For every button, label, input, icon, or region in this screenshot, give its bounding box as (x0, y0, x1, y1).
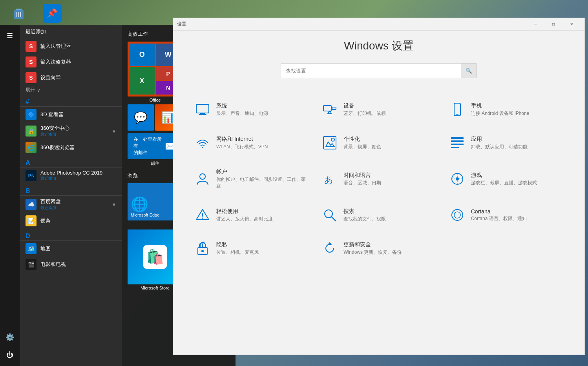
edge-tile-label: Microsoft Edge (131, 213, 159, 217)
app-list-letter-d: D (20, 231, 122, 241)
power-button[interactable]: ⏻ (2, 347, 18, 363)
app-item-movies[interactable]: 🎬 电影和电视 (20, 257, 122, 272)
gaming-text: 游戏 游戏栏、截屏、直播、游戏模式 (471, 172, 537, 186)
mail-tile-sublabel: 的邮件 (133, 149, 165, 156)
settings-window: 设置 ─ □ ✕ Windows 设置 🔍 (173, 18, 585, 355)
settings-item-gaming[interactable]: 游戏 游戏栏、截屏、直播、游戏模式 (444, 160, 569, 197)
update-icon (322, 240, 338, 256)
settings-item-accounts[interactable]: 帐户 你的帐户、电子邮件、同步设置、工作、家庭 (189, 160, 314, 197)
expand-baidu-disk: ∨ (112, 202, 116, 207)
svg-point-33 (201, 250, 204, 252)
apps-subtitle: 卸载、默认应用、可选功能 (471, 144, 528, 150)
minimize-button[interactable]: ─ (526, 18, 544, 31)
app-name-360-browser: 360极速浏览器 (40, 144, 75, 151)
app-name-360-security: 360安全中心 (40, 125, 69, 132)
app-name-baidu-disk: 百度网盘 (40, 198, 61, 205)
accounts-icon (195, 171, 210, 187)
system-title: 系统 (216, 102, 268, 109)
accounts-subtitle: 你的帐户、电子邮件、同步设置、工作、家庭 (216, 176, 308, 189)
devices-title: 设备 (343, 102, 386, 109)
apps-icon (449, 135, 465, 151)
expand-label: 展开 (26, 87, 35, 93)
gaming-icon (449, 171, 465, 187)
svg-rect-4 (196, 104, 209, 113)
search-subtitle: 查找我的文件、权限 (343, 216, 386, 222)
window-controls: ─ □ ✕ (526, 18, 581, 31)
close-button[interactable]: ✕ (562, 18, 581, 31)
devices-text: 设备 蓝牙、打印机、鼠标 (343, 102, 386, 117)
update-subtitle: Windows 更新、恢复、备份 (343, 249, 402, 256)
time-icon: あ (322, 171, 338, 187)
phone-icon (449, 102, 465, 117)
start-menu-sidebar: ☰ ⚙️ ⏻ (0, 25, 20, 366)
phone-text: 手机 连接 Android 设备和 iPhone (471, 102, 530, 117)
hamburger-menu-button[interactable]: ☰ (2, 28, 18, 44)
personalization-text: 个性化 背景、锁屏、颜色 (343, 136, 381, 150)
accessibility-subtitle: 讲述人、放大镜、高对比度 (216, 216, 273, 222)
settings-item-privacy[interactable]: 隐私 位置、相机、麦克风 (189, 233, 314, 264)
gaming-subtitle: 游戏栏、截屏、直播、游戏模式 (471, 180, 537, 186)
settings-sidebar-button[interactable]: ⚙️ (2, 330, 18, 345)
app-name-maps: 地图 (40, 245, 51, 252)
settings-search-input[interactable] (281, 65, 461, 77)
svg-point-31 (454, 212, 460, 218)
mail-tile-label: 在一处查看所有 (133, 136, 165, 149)
skype-tile[interactable]: 💬 (128, 104, 154, 131)
app-badge-360-security: 最近添加 (40, 132, 69, 137)
outlook-subtile[interactable]: O (130, 44, 155, 66)
settings-titlebar: 设置 ─ □ ✕ (173, 18, 584, 31)
svg-rect-8 (332, 107, 336, 109)
phone-title: 手机 (471, 102, 530, 109)
settings-item-personalization[interactable]: 个性化 背景、锁屏、颜色 (316, 127, 441, 158)
cortana-subtitle: Cortana 语言、权限、通知 (471, 215, 527, 222)
app-item-input-manager[interactable]: S 输入法管理器 (20, 38, 122, 54)
settings-item-network[interactable]: 网络和 Internet WLAN、飞行模式、VPN (189, 127, 314, 158)
settings-item-system[interactable]: 系统 显示、声音、通知、电源 (189, 94, 314, 125)
excel-subtile[interactable]: X (130, 67, 155, 95)
svg-rect-18 (451, 144, 464, 145)
app-item-input-repair[interactable]: S 输入法修复器 (20, 54, 122, 70)
desktop: 回收站 📌 钉钉 🌐 Microsoft Edge ☁️ 百度网盘 (0, 0, 588, 366)
settings-item-apps[interactable]: 应用 卸载、默认应用、可选功能 (444, 127, 569, 158)
start-app-list: 最近添加 S 输入法管理器 S 输入法修复器 (20, 25, 122, 366)
gaming-title: 游戏 (471, 172, 537, 179)
search-text: 搜索 查找我的文件、权限 (343, 208, 386, 222)
expand-row[interactable]: 展开 ∨ (20, 86, 122, 95)
cortana-text: Cortana Cortana 语言、权限、通知 (471, 208, 527, 222)
app-item-maps[interactable]: 🗺️ 地图 (20, 241, 122, 257)
svg-point-13 (202, 147, 203, 148)
accessibility-title: 轻松使用 (216, 208, 273, 215)
app-item-baidu-disk[interactable]: ☁️ 百度网盘 最近添加 ∨ (20, 196, 122, 213)
svg-rect-16 (451, 137, 464, 139)
settings-item-search[interactable]: 搜索 查找我的文件、权限 (316, 199, 441, 231)
svg-rect-7 (323, 106, 331, 111)
app-item-360-security[interactable]: 🔒 360安全中心 最近添加 ∨ (20, 122, 122, 140)
app-name-setup-wizard: 设置向导 (40, 74, 61, 81)
settings-item-phone[interactable]: 手机 连接 Android 设备和 iPhone (444, 94, 569, 125)
svg-rect-19 (451, 147, 459, 148)
svg-rect-6 (199, 114, 206, 115)
settings-item-devices[interactable]: 设备 蓝牙、打印机、鼠标 (316, 94, 441, 125)
network-icon (195, 135, 210, 151)
app-item-3d-viewer[interactable]: 🔷 3D 查看器 (20, 107, 122, 122)
app-name-3d-viewer: 3D 查看器 (40, 111, 64, 118)
settings-item-cortana[interactable]: Cortana Cortana 语言、权限、通知 (444, 199, 569, 231)
app-item-photoshop[interactable]: Ps Adobe Photoshop CC 2019 最近添加 (20, 168, 122, 184)
app-name-input-repair: 输入法修复器 (40, 58, 71, 66)
app-item-stickynotes[interactable]: 📝 便条 (20, 213, 122, 229)
app-list-letter-a: A (20, 157, 122, 168)
privacy-icon (195, 240, 210, 256)
settings-item-update[interactable]: 更新和安全 Windows 更新、恢复、备份 (316, 233, 441, 264)
app-item-360-browser[interactable]: 🌐 360极速浏览器 (20, 140, 122, 155)
maximize-button[interactable]: □ (544, 18, 562, 31)
settings-window-title: 设置 (177, 21, 526, 27)
settings-item-time[interactable]: あ 时间和语言 语音、区域、日期 (316, 160, 441, 197)
svg-point-30 (452, 209, 463, 220)
svg-text:あ: あ (324, 175, 333, 185)
app-item-setup-wizard[interactable]: S 设置向导 (20, 70, 122, 86)
search-settings-icon (322, 207, 338, 223)
cortana-title: Cortana (471, 208, 527, 215)
devices-icon (322, 102, 338, 117)
settings-search-button[interactable]: 🔍 (461, 64, 477, 78)
settings-item-accessibility[interactable]: 轻松使用 讲述人、放大镜、高对比度 (189, 199, 314, 231)
